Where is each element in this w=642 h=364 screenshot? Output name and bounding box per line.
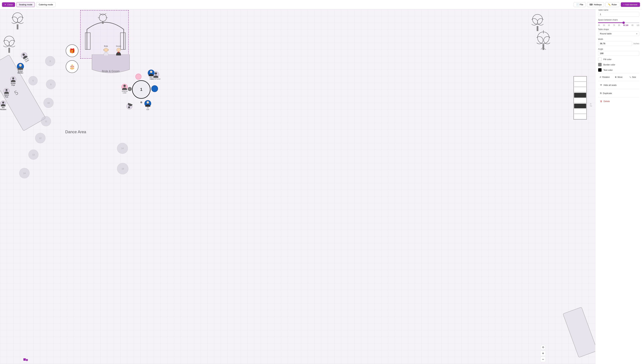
person-kirstin: KirstinFrye: [10, 76, 16, 86]
person-houston: denHouston: [0, 100, 6, 110]
svg-point-38: [2, 102, 4, 104]
bride-groom-label: Bride & Groom: [102, 70, 120, 73]
person-darrel: DarrelFrye: [3, 88, 10, 98]
svg-point-26: [104, 48, 108, 52]
bride-figure: Bride: [102, 45, 110, 56]
person-gregor: GregorBenitez: [17, 63, 24, 74]
groom-figure: Groom: [115, 45, 123, 56]
svg-point-36: [6, 89, 8, 91]
table-5-number: 5: [13, 89, 19, 97]
table-1-selected[interactable]: 1 ← Maid-of-honor JohannaLowe: [132, 80, 150, 99]
catering-mode-button[interactable]: Catering mode: [36, 2, 55, 7]
svg-rect-7: [17, 24, 18, 30]
svg-rect-3: [8, 48, 10, 53]
chair-right: [151, 85, 158, 92]
person-johanna: JohannaLowe: [121, 84, 128, 94]
canvas-area[interactable]: 🎁 🎂 Bride & Groom Bride Groom: [0, 9, 244, 136]
seating-mode-button[interactable]: Seating mode: [16, 2, 35, 7]
close-label: Close: [7, 3, 13, 6]
catering-mode-label: Catering mode: [39, 3, 53, 6]
rotation-handle[interactable]: ←: [128, 87, 132, 91]
svg-point-32: [19, 64, 22, 66]
table-circle-10: 10: [44, 98, 54, 108]
person-olivia: OliviaDuke: [20, 51, 31, 63]
svg-point-42: [123, 85, 126, 87]
person-michele: [125, 102, 134, 110]
groom-label: Groom: [115, 45, 123, 47]
svg-rect-28: [118, 52, 119, 53]
tree-2: [12, 11, 24, 32]
bride-label: Bride: [102, 45, 110, 47]
chair-top-left: [135, 74, 141, 80]
gift-icon: 🎁: [66, 44, 78, 57]
table-1-number: 1: [140, 87, 142, 92]
cake-icon: 🎂: [66, 60, 78, 73]
table-circle-12: 12: [35, 133, 46, 136]
person-best-man: BestMan: [148, 70, 155, 80]
close-icon: ✕: [4, 3, 6, 6]
toolbar: ✕ Close Seating mode Catering mode 📄 Fil…: [0, 0, 244, 9]
table-circle-5: 5: [29, 76, 38, 85]
rotation-dot[interactable]: [140, 101, 143, 104]
svg-rect-24: [85, 33, 90, 50]
person-kit: KitCarr: [144, 100, 151, 110]
dance-area-label: Dance Area: [65, 130, 86, 134]
svg-point-27: [117, 48, 121, 52]
table-circle-8: 8: [45, 56, 55, 66]
bride-groom-table[interactable]: Bride & Groom Bride Groom: [90, 54, 131, 76]
svg-point-40: [155, 72, 157, 75]
svg-point-48: [147, 101, 149, 104]
table-circle-9: 9: [46, 80, 56, 89]
close-button[interactable]: ✕ Close: [2, 2, 15, 7]
seating-mode-label: Seating mode: [19, 3, 32, 6]
svg-point-44: [150, 71, 152, 73]
table-circle-11: 11: [41, 116, 51, 126]
svg-point-34: [12, 77, 14, 79]
tree-1: [3, 34, 15, 55]
